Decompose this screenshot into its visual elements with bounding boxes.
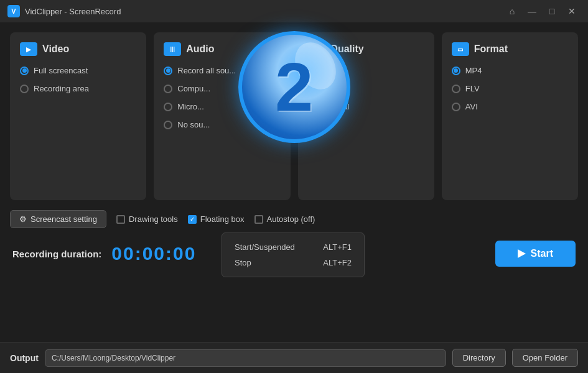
home-button[interactable]: ⌂ <box>503 4 521 18</box>
duration-label: Recording duration: <box>12 249 101 259</box>
shortcut-popup: Start/Suspended ALT+F1 Stop ALT+F2 <box>222 233 365 277</box>
audio-icon: ||| <box>164 42 181 56</box>
format-card-title: Format <box>474 44 508 55</box>
format-option-mp4-label: MP4 <box>465 66 482 75</box>
open-folder-button[interactable]: Open Folder <box>512 349 578 367</box>
audio-option-computer[interactable]: Compu... <box>164 84 280 93</box>
audio-option-all-label: Record all sou... <box>177 66 236 75</box>
format-option-mp4[interactable]: MP4 <box>452 66 568 75</box>
app-icon: V <box>7 5 20 17</box>
main-content: ▶ Video Full screencast Recording area |… <box>0 22 588 267</box>
autostop-label: Autostop (off) <box>267 214 315 224</box>
maximize-button[interactable]: □ <box>543 4 561 18</box>
screencast-setting-button[interactable]: ⚙ Screencast setting <box>10 210 106 228</box>
minimize-button[interactable]: — <box>523 4 541 18</box>
audio-option-all[interactable]: Record all sou... <box>164 66 280 75</box>
floating-box-label: Floating box <box>200 214 245 224</box>
quality-radio-sd <box>308 67 317 75</box>
screencast-setting-label: Screencast setting <box>30 214 97 224</box>
video-option-area-label: Recording area <box>34 84 89 93</box>
drawing-tools-cb-box <box>116 215 125 224</box>
output-label: Output <box>10 353 39 363</box>
format-option-flv-label: FLV <box>465 84 480 93</box>
format-option-flv[interactable]: FLV <box>452 84 568 93</box>
duration-time: 00:00:00 <box>111 243 196 264</box>
autostop-checkbox[interactable]: Autostop (off) <box>254 214 315 224</box>
gear-icon: ⚙ <box>19 214 27 224</box>
format-icon: ▭ <box>452 42 469 56</box>
audio-card: ||| Audio Record all sou... Compu... Mic… <box>154 32 290 200</box>
directory-button[interactable]: Directory <box>452 349 506 367</box>
audio-option-micro-label: Micro... <box>177 102 204 111</box>
output-path-input[interactable] <box>45 349 446 367</box>
quality-options: SD HD Original <box>308 66 424 111</box>
quality-card-header: HD Quality <box>308 42 424 56</box>
quality-option-sd-label: SD <box>322 66 333 75</box>
format-radio-flv <box>452 85 460 93</box>
format-option-avi[interactable]: AVI <box>452 102 568 111</box>
audio-option-computer-label: Compu... <box>177 84 210 93</box>
format-option-avi-label: AVI <box>465 102 478 111</box>
format-card: ▭ Format MP4 FLV AVI <box>442 32 578 200</box>
video-radio-area <box>20 85 29 93</box>
close-button[interactable]: ✕ <box>563 4 581 18</box>
drawing-tools-label: Drawing tools <box>129 214 178 224</box>
window-controls: ⌂ — □ ✕ <box>503 4 581 18</box>
quality-option-sd[interactable]: SD <box>308 66 424 75</box>
quality-radio-hd <box>308 85 317 93</box>
shortcut-row-stop: Stop ALT+F2 <box>235 255 352 270</box>
play-icon <box>518 249 526 258</box>
video-card: ▶ Video Full screencast Recording area <box>10 32 146 200</box>
quality-option-hd-label: HD <box>322 84 334 93</box>
video-radio-fullscreen <box>20 67 29 75</box>
drawing-tools-checkbox[interactable]: Drawing tools <box>116 214 178 224</box>
audio-option-none-label: No sou... <box>177 120 210 129</box>
audio-option-micro[interactable]: Micro... <box>164 102 280 111</box>
audio-card-header: ||| Audio <box>164 42 280 56</box>
floating-box-checkbox[interactable]: ✓ Floating box <box>188 214 245 224</box>
audio-card-title: Audio <box>186 44 214 55</box>
format-radio-mp4 <box>452 67 460 75</box>
app-title: VidClipper - ScreenRecord <box>25 7 121 16</box>
autostop-cb-box <box>254 215 263 224</box>
audio-radio-all <box>164 67 172 75</box>
shortcut-row-start: Start/Suspended ALT+F1 <box>235 239 352 255</box>
start-button[interactable]: Start <box>495 241 576 267</box>
start-button-label: Start <box>531 248 553 259</box>
video-card-header: ▶ Video <box>20 42 136 56</box>
video-option-fullscreen-label: Full screencast <box>34 66 88 75</box>
cards-row: ▶ Video Full screencast Recording area |… <box>10 32 578 200</box>
shortcut-key-start: ALT+F1 <box>323 242 352 252</box>
toolbar-row: ⚙ Screencast setting Drawing tools ✓ Flo… <box>10 210 578 228</box>
audio-options: Record all sou... Compu... Micro... No s… <box>164 66 280 129</box>
output-row: Output Directory Open Folder <box>0 342 588 373</box>
quality-card: HD Quality SD HD Original <box>298 32 434 200</box>
video-card-title: Video <box>42 44 69 55</box>
quality-radio-original <box>308 103 317 111</box>
format-options: MP4 FLV AVI <box>452 66 568 111</box>
quality-card-title: Quality <box>330 44 364 55</box>
audio-radio-computer <box>164 85 172 93</box>
titlebar: V VidClipper - ScreenRecord ⌂ — □ ✕ <box>0 0 588 22</box>
floating-box-cb-box: ✓ <box>188 215 197 224</box>
quality-icon: HD <box>308 42 325 56</box>
quality-option-original[interactable]: Original <box>308 102 424 111</box>
video-options: Full screencast Recording area <box>20 66 136 93</box>
shortcut-action-stop: Stop <box>235 258 251 267</box>
quality-option-original-label: Original <box>322 102 350 111</box>
shortcut-action-start: Start/Suspended <box>235 242 295 252</box>
quality-option-hd[interactable]: HD <box>308 84 424 93</box>
audio-radio-none <box>164 121 172 129</box>
format-radio-avi <box>452 103 460 111</box>
video-icon: ▶ <box>20 42 37 56</box>
shortcut-key-stop: ALT+F2 <box>323 258 352 267</box>
audio-radio-micro <box>164 103 172 111</box>
audio-option-none[interactable]: No sou... <box>164 120 280 129</box>
titlebar-left: V VidClipper - ScreenRecord <box>7 5 121 17</box>
video-option-area[interactable]: Recording area <box>20 84 136 93</box>
format-card-header: ▭ Format <box>452 42 568 56</box>
video-option-fullscreen[interactable]: Full screencast <box>20 66 136 75</box>
